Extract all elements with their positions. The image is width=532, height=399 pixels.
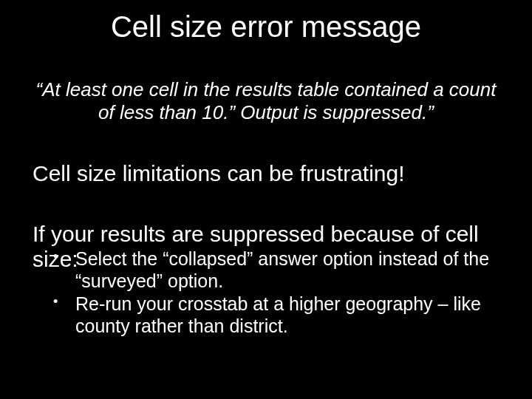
body-line-frustrating: Cell size limitations can be frustrating… <box>33 161 502 186</box>
bullet-list: • Select the “collapsed” answer option i… <box>53 248 502 338</box>
slide: Cell size error message “At least one ce… <box>0 0 532 399</box>
bullet-text: Select the “collapsed” answer option ins… <box>75 248 489 291</box>
slide-title: Cell size error message <box>0 10 532 44</box>
bullet-icon: • <box>53 295 58 308</box>
bullet-text: Re-run your crosstab at a higher geograp… <box>75 293 481 336</box>
error-quote: “At least one cell in the results table … <box>35 78 497 123</box>
list-item: • Re-run your crosstab at a higher geogr… <box>53 293 502 337</box>
list-item: • Select the “collapsed” answer option i… <box>53 248 502 292</box>
bullet-icon: • <box>53 250 58 263</box>
